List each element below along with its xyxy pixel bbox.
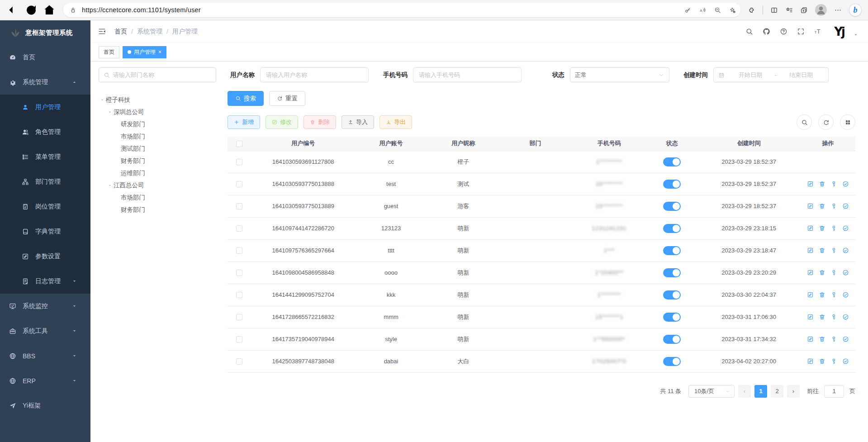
read-aloud-icon[interactable]: A: [699, 7, 706, 14]
sidebar-item-参数设置[interactable]: 参数设置: [0, 244, 90, 269]
date-range-picker[interactable]: 开始日期 - 结束日期: [713, 67, 829, 82]
sidebar-item-日志管理[interactable]: 日志管理: [0, 269, 90, 294]
sidebar-item-ERP[interactable]: ERP: [0, 368, 90, 393]
tree-node-财务部门[interactable]: 财务部门: [99, 204, 216, 216]
help-icon[interactable]: [780, 28, 787, 35]
refresh-icon[interactable]: [24, 3, 38, 17]
reset-password-icon[interactable]: [830, 225, 837, 232]
reset-password-icon[interactable]: [830, 358, 837, 365]
删除-button[interactable]: 删除: [304, 115, 336, 129]
extensions-icon[interactable]: [748, 6, 755, 14]
sidebar-item-系统工具[interactable]: 系统工具: [0, 318, 90, 343]
delete-icon[interactable]: [819, 181, 825, 187]
edit-icon[interactable]: [807, 358, 814, 365]
reset-password-icon[interactable]: [830, 203, 837, 209]
status-toggle[interactable]: [663, 202, 681, 211]
reset-button[interactable]: 重置: [269, 91, 305, 106]
tab-close-icon[interactable]: ×: [158, 49, 161, 55]
row-checkbox[interactable]: [236, 292, 242, 298]
edit-icon[interactable]: [807, 203, 814, 209]
assign-role-icon[interactable]: [842, 247, 849, 254]
edit-icon[interactable]: [807, 336, 814, 342]
delete-icon[interactable]: [819, 291, 825, 298]
sidebar-item-角色管理[interactable]: 角色管理: [0, 119, 90, 144]
sidebar-item-字典管理[interactable]: 字典管理: [0, 219, 90, 244]
username-input[interactable]: [266, 71, 364, 78]
status-toggle[interactable]: [663, 157, 681, 166]
reset-password-icon[interactable]: [830, 336, 837, 342]
row-checkbox[interactable]: [236, 225, 242, 232]
github-icon[interactable]: [763, 28, 770, 35]
status-toggle[interactable]: [663, 290, 681, 299]
user-avatar[interactable]: Yj: [834, 26, 844, 38]
search-icon[interactable]: [745, 28, 753, 35]
address-bar[interactable]: https://ccnetcore.com:1101/system/user A: [63, 3, 740, 17]
assign-role-icon[interactable]: [842, 291, 849, 298]
select-all-checkbox[interactable]: [236, 141, 242, 147]
delete-icon[interactable]: [819, 358, 825, 365]
reset-password-icon[interactable]: [830, 181, 837, 187]
delete-icon[interactable]: [819, 269, 825, 276]
导入-button[interactable]: 导入: [342, 115, 374, 129]
reset-password-icon[interactable]: [830, 247, 837, 254]
refresh-table-button[interactable]: [818, 114, 834, 130]
row-checkbox[interactable]: [236, 270, 242, 276]
tree-node-运维部门[interactable]: 运维部门: [99, 167, 216, 179]
browser-profile-icon[interactable]: [815, 4, 827, 16]
goto-page-input[interactable]: [824, 385, 844, 398]
copilot-icon[interactable]: b: [849, 4, 862, 16]
status-toggle[interactable]: [663, 335, 681, 344]
reset-password-icon[interactable]: [830, 269, 837, 276]
tree-node-江西总公司[interactable]: 江西总公司: [99, 179, 216, 191]
breadcrumb-system[interactable]: 系统管理: [137, 28, 162, 36]
导出-button[interactable]: 导出: [379, 115, 412, 129]
breadcrumb-user[interactable]: 用户管理: [172, 28, 198, 36]
edit-icon[interactable]: [807, 181, 814, 187]
row-checkbox[interactable]: [236, 247, 242, 254]
status-toggle[interactable]: [663, 180, 681, 189]
breadcrumb-home[interactable]: 首页: [114, 28, 127, 36]
sidebar-item-系统管理[interactable]: 系统管理: [0, 70, 90, 95]
collections-icon[interactable]: [800, 6, 808, 14]
row-checkbox[interactable]: [236, 358, 242, 365]
zoom-out-icon[interactable]: [714, 7, 721, 14]
row-checkbox[interactable]: [236, 203, 242, 209]
edit-icon[interactable]: [807, 269, 814, 276]
row-checkbox[interactable]: [236, 314, 242, 320]
fullscreen-icon[interactable]: [797, 28, 805, 35]
page-size-select[interactable]: 10条/页: [688, 385, 735, 398]
column-settings-button[interactable]: [840, 114, 855, 130]
delete-icon[interactable]: [819, 336, 825, 342]
password-key-icon[interactable]: [684, 7, 691, 14]
sidebar-item-Yi框架[interactable]: Yi框架: [0, 393, 90, 418]
more-menu-icon[interactable]: [834, 6, 842, 14]
favorites-bar-icon[interactable]: [785, 6, 793, 14]
reset-password-icon[interactable]: [830, 314, 837, 320]
status-toggle[interactable]: [663, 357, 681, 366]
status-toggle[interactable]: [663, 224, 681, 233]
tree-caret-icon[interactable]: [106, 183, 114, 188]
新增-button[interactable]: 新增: [228, 115, 260, 129]
next-page-button[interactable]: ›: [787, 385, 800, 398]
sidebar-item-菜单管理[interactable]: 菜单管理: [0, 144, 90, 169]
sidebar-item-BBS[interactable]: BBS: [0, 343, 90, 368]
sidebar-fold-icon[interactable]: [98, 27, 106, 36]
app-logo[interactable]: 意框架管理系统: [0, 20, 90, 45]
assign-role-icon[interactable]: [842, 269, 849, 276]
dept-search-input[interactable]: [113, 71, 211, 78]
sidebar-item-系统监控[interactable]: 系统监控: [0, 294, 90, 318]
tab-home[interactable]: 首页: [99, 46, 119, 58]
status-toggle[interactable]: [663, 313, 681, 322]
tree-node-测试部门[interactable]: 测试部门: [99, 143, 216, 155]
delete-icon[interactable]: [819, 203, 825, 209]
row-checkbox[interactable]: [236, 181, 242, 187]
edit-icon[interactable]: [807, 225, 814, 232]
search-button[interactable]: 搜索: [228, 91, 264, 106]
assign-role-icon[interactable]: [842, 225, 849, 232]
split-screen-icon[interactable]: [770, 6, 778, 14]
tree-node-橙子科技[interactable]: 橙子科技: [99, 94, 216, 106]
sidebar-item-部门管理[interactable]: 部门管理: [0, 169, 90, 194]
edit-icon[interactable]: [807, 314, 814, 320]
tree-node-市场部门[interactable]: 市场部门: [99, 191, 216, 204]
tree-node-市场部门[interactable]: 市场部门: [99, 130, 216, 143]
